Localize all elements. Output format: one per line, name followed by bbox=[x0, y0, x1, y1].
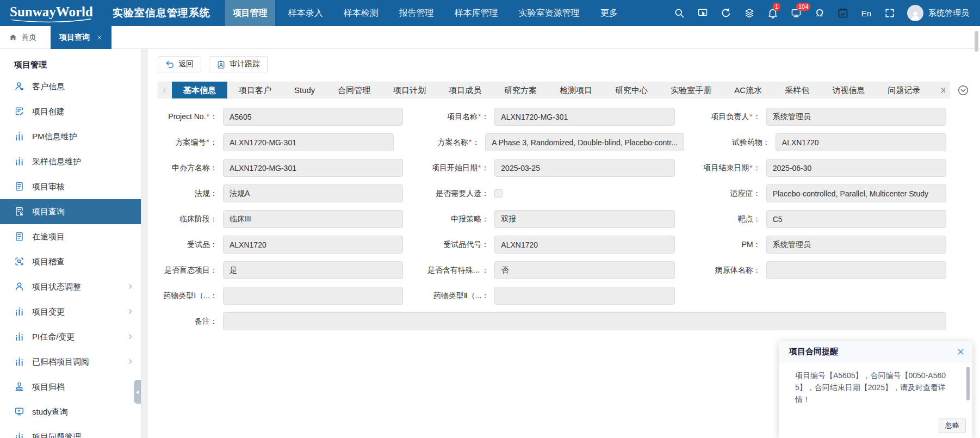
close-icon[interactable] bbox=[96, 34, 103, 41]
field-value[interactable]: ALXN1720-MG-301 bbox=[494, 108, 674, 126]
detail-tab-8[interactable]: 研究中心 bbox=[604, 82, 659, 98]
tabs-scroll-left-icon[interactable] bbox=[158, 82, 172, 98]
sidebar-item-4[interactable]: 项目审核 bbox=[0, 174, 141, 199]
detail-tab-2[interactable]: Study bbox=[283, 82, 326, 98]
user-menu[interactable]: 系统管理员 bbox=[907, 5, 969, 21]
field-value[interactable]: Placebo-controlled, Parallel, Multicente… bbox=[766, 184, 946, 202]
field-value[interactable]: ALXN1720 bbox=[494, 236, 674, 254]
field-value[interactable]: 2025-06-30 bbox=[766, 159, 946, 177]
form-field-5-1: 受试品代号：ALXN1720 bbox=[423, 236, 694, 254]
sidebar-item-11[interactable]: 已归档项目调阅 bbox=[0, 349, 141, 374]
ignore-button[interactable]: 忽略 bbox=[939, 418, 966, 433]
sidebar-item-2[interactable]: PM信息维护 bbox=[0, 124, 141, 149]
cast-screen-icon[interactable]: 104 bbox=[790, 7, 802, 19]
popup-close-icon[interactable] bbox=[956, 347, 965, 356]
sidebar-item-8[interactable]: 项目状态调整 bbox=[0, 274, 141, 299]
top-navbar: SunwayWorld 实验室信息管理系统 项目管理样本录入样本检测报告管理样本… bbox=[0, 0, 980, 26]
field-value[interactable] bbox=[494, 287, 674, 305]
field-value[interactable]: 2025-03-25 bbox=[494, 159, 674, 177]
sidebar-item-5[interactable]: 项目查询 bbox=[0, 199, 141, 224]
detail-tab-14[interactable]: 辅材信 bbox=[932, 82, 936, 98]
detail-tab-7[interactable]: 检测项目 bbox=[548, 82, 604, 98]
layers-icon[interactable] bbox=[743, 7, 755, 19]
detail-tab-5[interactable]: 项目成员 bbox=[437, 82, 493, 98]
home-crumb[interactable]: 首页 bbox=[9, 33, 36, 42]
form-row-5: 受试品：ALXN1720受试品代号：ALXN1720PM：系统管理员 bbox=[151, 236, 966, 254]
field-value[interactable]: ALXN1720-MG-301 bbox=[223, 133, 394, 151]
guide-board-icon[interactable] bbox=[697, 7, 709, 19]
bell-icon[interactable]: 1 bbox=[767, 7, 779, 19]
form-row-0: Project No.*：A5605项目名称*：ALXN1720-MG-301项… bbox=[151, 108, 966, 126]
sidebar-item-1[interactable]: 项目创建 bbox=[0, 99, 141, 124]
field-value[interactable]: ALXN1720 bbox=[223, 236, 403, 254]
sidebar-item-0[interactable]: 客户信息 bbox=[0, 74, 141, 99]
detail-tab-3[interactable]: 合同管理 bbox=[326, 82, 382, 98]
field-value[interactable]: ALXN1720 bbox=[776, 133, 946, 151]
sidebar-item-3[interactable]: 采样信息维护 bbox=[0, 149, 141, 174]
form-field-6-2: 病原体名称： bbox=[694, 261, 966, 279]
fullscreen-icon[interactable] bbox=[884, 7, 896, 19]
popup-scrollbar-thumb[interactable] bbox=[966, 367, 970, 400]
field-value[interactable]: A5605 bbox=[223, 108, 403, 126]
page-scrollbar-thumb[interactable] bbox=[975, 31, 978, 52]
sidebar-collapse-handle[interactable]: ◀ bbox=[134, 380, 141, 404]
checkbox-field[interactable] bbox=[494, 189, 503, 198]
detail-tab-13[interactable]: 问题记录 bbox=[876, 82, 932, 98]
field-value[interactable]: ALXN1720-MG-301 bbox=[223, 159, 403, 177]
tabs-scroll-right-icon[interactable] bbox=[936, 82, 950, 98]
form-field-6-0: 是否盲态项目：是 bbox=[151, 261, 423, 279]
field-value[interactable]: 系统管理员 bbox=[766, 236, 946, 254]
field-value[interactable] bbox=[223, 287, 403, 305]
field-value[interactable] bbox=[766, 261, 946, 279]
nav-item-1[interactable]: 样本录入 bbox=[281, 0, 331, 26]
required-mark: * bbox=[749, 112, 752, 121]
detail-tab-6[interactable]: 研究方案 bbox=[493, 82, 548, 98]
nav-item-0[interactable]: 项目管理 bbox=[225, 0, 275, 26]
detail-tab-10[interactable]: AC流水 bbox=[723, 82, 773, 98]
audit-trail-button[interactable]: 审计跟踪 bbox=[209, 56, 268, 72]
detail-tab-11[interactable]: 采样包 bbox=[773, 82, 821, 98]
sidebar-item-12[interactable]: 项目归档 bbox=[0, 374, 141, 399]
sidebar-item-14[interactable]: 项目问题管理 bbox=[0, 424, 141, 438]
nav-item-6[interactable]: 更多 bbox=[593, 0, 625, 26]
brand-logo[interactable]: SunwayWorld bbox=[10, 4, 93, 22]
field-value[interactable]: 是 bbox=[223, 261, 403, 279]
sidebar-item-6[interactable]: 在途项目 bbox=[0, 224, 141, 249]
brand-logo-text: SunwayWorld bbox=[10, 4, 93, 19]
sidebar-item-10[interactable]: PI任命/变更 bbox=[0, 324, 141, 349]
form-field-4-2: 靶点：C5 bbox=[694, 210, 966, 228]
page-tab-active[interactable]: 项目查询 bbox=[51, 26, 111, 49]
field-value[interactable]: 临床III bbox=[223, 210, 403, 228]
sidebar-item-label: study查询 bbox=[32, 407, 68, 417]
form-row-1: 方案编号*：ALXN1720-MG-301方案名称*：A Phase 3, Ra… bbox=[151, 133, 966, 151]
nav-item-4[interactable]: 样本库管理 bbox=[447, 0, 506, 26]
language-toggle[interactable]: En bbox=[860, 7, 872, 19]
field-label: 项目负责人*： bbox=[694, 112, 766, 122]
sidebar-item-7[interactable]: 项目稽查 bbox=[0, 249, 141, 274]
tabs-expand-icon[interactable] bbox=[957, 84, 969, 96]
field-value[interactable]: 否 bbox=[494, 261, 674, 279]
nav-item-3[interactable]: 报告管理 bbox=[392, 0, 442, 26]
doc-icon bbox=[14, 181, 25, 192]
omega-icon[interactable]: Ω bbox=[814, 7, 826, 19]
field-label: 法规： bbox=[151, 189, 223, 199]
sidebar-item-13[interactable]: study查询 bbox=[0, 399, 141, 424]
field-value[interactable]: C5 bbox=[766, 210, 946, 228]
field-value[interactable]: A Phase 3, Randomized, Double-blind, Pla… bbox=[485, 133, 684, 151]
field-value[interactable]: 系统管理员 bbox=[766, 108, 946, 126]
field-value[interactable]: 双报 bbox=[494, 210, 674, 228]
nav-item-2[interactable]: 样本检测 bbox=[336, 0, 386, 26]
detail-tab-12[interactable]: 访视信息 bbox=[821, 82, 876, 98]
detail-tab-9[interactable]: 实验室手册 bbox=[659, 82, 723, 98]
sidebar-item-9[interactable]: 项目变更 bbox=[0, 299, 141, 324]
refresh-icon[interactable] bbox=[720, 7, 732, 19]
detail-tab-4[interactable]: 项目计划 bbox=[382, 82, 437, 98]
field-value[interactable]: 法规A bbox=[223, 184, 403, 202]
back-button[interactable]: 返回 bbox=[158, 56, 201, 72]
search-icon[interactable] bbox=[673, 7, 685, 19]
nav-item-5[interactable]: 实验室资源管理 bbox=[511, 0, 587, 26]
calendar-check-icon[interactable] bbox=[837, 7, 849, 19]
field-value[interactable] bbox=[223, 312, 946, 330]
detail-tab-0[interactable]: 基本信息 bbox=[172, 82, 227, 98]
detail-tab-1[interactable]: 项目客户 bbox=[227, 82, 283, 98]
